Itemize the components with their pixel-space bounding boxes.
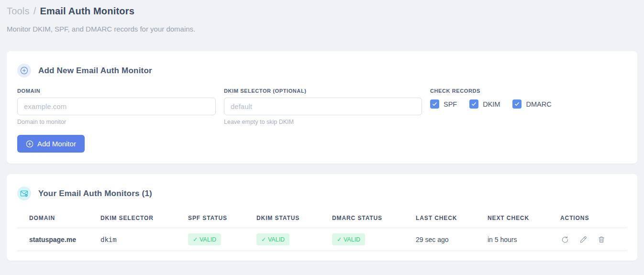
monitor-actions xyxy=(560,228,627,251)
add-monitor-card-title: Add New Email Auth Monitor xyxy=(38,66,152,76)
refresh-icon xyxy=(561,236,569,243)
breadcrumb-separator: / xyxy=(33,6,36,17)
monitors-table-header-row: DOMAIN DKIM SELECTOR SPF STATUS DKIM STA… xyxy=(17,208,627,228)
spf-checkbox-label: SPF xyxy=(444,100,457,108)
monitor-next-check: in 5 hours xyxy=(488,228,560,251)
dkim-selector-field-label: DKIM SELECTOR (OPTIONAL) xyxy=(224,88,422,94)
monitors-card-title: Your Email Auth Monitors (1) xyxy=(38,189,152,198)
check-records-group: CHECK RECORDS SPF DKIM xyxy=(430,88,627,125)
delete-button[interactable] xyxy=(597,235,606,244)
monitor-domain: statuspage.me xyxy=(17,228,100,251)
refresh-button[interactable] xyxy=(560,235,570,244)
page-header: Tools / Email Auth Monitors Monitor DKIM… xyxy=(0,0,644,33)
domain-field-group: DOMAIN Domain to monitor xyxy=(17,88,216,125)
breadcrumb: Tools / Email Auth Monitors xyxy=(7,6,637,17)
dkim-checkbox-item[interactable]: DKIM xyxy=(469,99,500,109)
column-header-last-check: LAST CHECK xyxy=(416,208,488,228)
column-header-dmarc-status: DMARC STATUS xyxy=(332,208,416,228)
monitors-card: Your Email Auth Monitors (1) DOMAIN DKIM… xyxy=(7,174,637,261)
spf-checkbox-item[interactable]: SPF xyxy=(430,99,457,109)
monitor-last-check: 29 sec ago xyxy=(416,228,488,251)
check-records-label: CHECK RECORDS xyxy=(430,88,627,94)
plus-circle-icon xyxy=(26,140,33,148)
column-header-spf-status: SPF STATUS xyxy=(188,208,256,228)
add-monitor-form: DOMAIN Domain to monitor DKIM SELECTOR (… xyxy=(17,88,627,125)
monitors-card-header: Your Email Auth Monitors (1) xyxy=(17,187,627,200)
add-monitor-button[interactable]: Add Monitor xyxy=(17,135,85,153)
pencil-icon xyxy=(579,236,587,243)
dkim-selector-field-group: DKIM SELECTOR (OPTIONAL) Leave empty to … xyxy=(224,88,422,125)
edit-button[interactable] xyxy=(578,235,588,244)
dkim-checkbox[interactable] xyxy=(469,99,478,109)
add-monitor-card: Add New Email Auth Monitor DOMAIN Domain… xyxy=(7,51,637,164)
table-row: statuspage.me dkim ✓ VALID ✓ VALID ✓ VAL… xyxy=(17,228,627,251)
dmarc-checkbox-label: DMARC xyxy=(526,100,551,108)
monitors-table: DOMAIN DKIM SELECTOR SPF STATUS DKIM STA… xyxy=(17,208,627,251)
dmarc-status-badge: ✓ VALID xyxy=(332,233,365,245)
add-monitor-card-header: Add New Email Auth Monitor xyxy=(17,64,627,77)
dkim-checkbox-label: DKIM xyxy=(483,100,500,108)
monitor-dkim-selector: dkim xyxy=(100,228,188,251)
column-header-domain: DOMAIN xyxy=(17,208,100,228)
trash-icon xyxy=(598,236,605,243)
add-monitor-button-label: Add Monitor xyxy=(37,140,76,148)
check-records-row: SPF DKIM DMARC xyxy=(430,99,627,109)
spf-status-badge: ✓ VALID xyxy=(188,233,221,245)
dmarc-checkbox-item[interactable]: DMARC xyxy=(512,99,551,109)
page-title: Email Auth Monitors xyxy=(40,6,134,17)
column-header-actions: ACTIONS xyxy=(560,208,627,228)
column-header-dkim-selector: DKIM SELECTOR xyxy=(100,208,188,228)
dkim-status-badge: ✓ VALID xyxy=(256,233,289,245)
domain-field-helper: Domain to monitor xyxy=(17,119,216,125)
dmarc-checkbox[interactable] xyxy=(512,99,522,109)
domain-field-label: DOMAIN xyxy=(17,88,216,94)
envelope-check-icon xyxy=(17,187,31,200)
breadcrumb-tools-link[interactable]: Tools xyxy=(7,6,30,17)
domain-input[interactable] xyxy=(17,98,216,115)
plus-circle-icon xyxy=(17,64,31,77)
dkim-selector-input[interactable] xyxy=(224,98,422,115)
column-header-dkim-status: DKIM STATUS xyxy=(256,208,332,228)
dkim-selector-field-helper: Leave empty to skip DKIM xyxy=(224,119,422,125)
column-header-next-check: NEXT CHECK xyxy=(488,208,560,228)
page-subtitle: Monitor DKIM, SPF, and DMARC records for… xyxy=(7,25,637,33)
spf-checkbox[interactable] xyxy=(430,99,439,109)
